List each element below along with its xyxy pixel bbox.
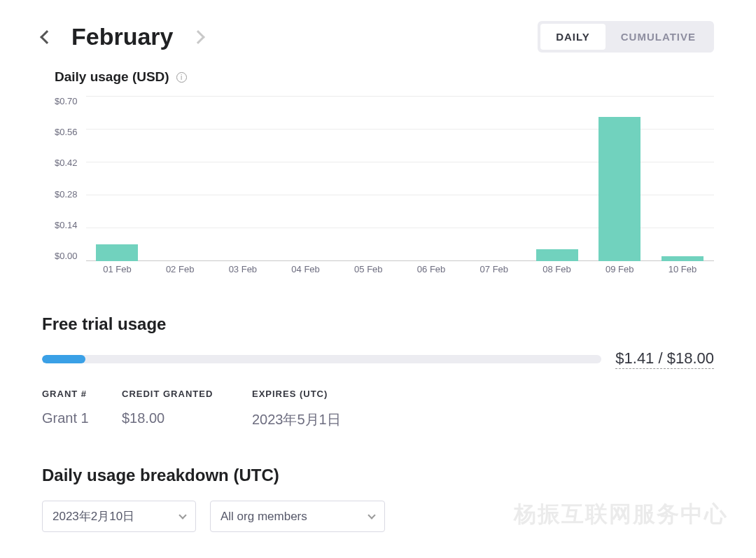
x-tick: 07 Feb: [473, 264, 515, 278]
breakdown-title: Daily usage breakdown (UTC): [42, 466, 714, 485]
y-tick: $0.00: [55, 251, 78, 261]
x-tick: 02 Feb: [159, 264, 201, 278]
view-toggle: DAILY CUMULATIVE: [538, 21, 714, 53]
prev-month-icon[interactable]: [40, 30, 54, 44]
y-tick: $0.42: [55, 158, 78, 168]
cell-credit: $18.00: [122, 410, 228, 429]
col-head-grant: GRANT #: [42, 389, 98, 399]
x-tick: 04 Feb: [285, 264, 327, 278]
y-tick: $0.56: [55, 127, 78, 137]
col-head-expires: EXPIRES (UTC): [252, 389, 378, 399]
x-tick: 05 Feb: [347, 264, 389, 278]
trial-progress-text: $1.41 / $18.00: [615, 349, 714, 369]
date-select-value: 2023年2月10日: [52, 508, 134, 524]
table-row: Grant 1 $18.00 2023年5月1日: [42, 410, 714, 429]
x-tick: 03 Feb: [222, 264, 264, 278]
x-tick: 01 Feb: [96, 264, 138, 278]
grant-table: GRANT # CREDIT GRANTED EXPIRES (UTC) Gra…: [42, 389, 714, 429]
toggle-daily[interactable]: DAILY: [540, 24, 606, 50]
free-trial-title: Free trial usage: [42, 314, 714, 334]
trial-progress-bar: [42, 355, 601, 363]
bar[interactable]: [96, 244, 138, 261]
trial-progress-fill: [42, 355, 85, 363]
info-icon[interactable]: i: [176, 72, 187, 83]
member-select[interactable]: All org members: [210, 501, 385, 532]
y-tick: $0.14: [55, 220, 78, 230]
x-tick: 10 Feb: [662, 264, 704, 278]
next-month-icon[interactable]: [191, 30, 205, 44]
x-tick: 09 Feb: [598, 264, 640, 278]
bar[interactable]: [536, 249, 578, 261]
cell-expires: 2023年5月1日: [252, 410, 378, 429]
bar[interactable]: [662, 256, 704, 261]
col-head-credit: CREDIT GRANTED: [122, 389, 228, 399]
month-title: February: [71, 23, 174, 50]
bar[interactable]: [598, 117, 640, 261]
y-tick: $0.70: [55, 96, 78, 106]
date-select[interactable]: 2023年2月10日: [42, 501, 196, 532]
y-tick: $0.28: [55, 189, 78, 200]
cell-grant: Grant 1: [42, 410, 98, 429]
toggle-cumulative[interactable]: CUMULATIVE: [606, 24, 711, 50]
chevron-down-icon: [368, 511, 375, 519]
chevron-down-icon: [178, 511, 186, 519]
member-select-value: All org members: [220, 510, 307, 524]
chart-title: Daily usage (USD): [55, 69, 169, 85]
x-tick: 06 Feb: [410, 264, 452, 278]
x-tick: 08 Feb: [536, 264, 578, 278]
daily-usage-chart: $0.70$0.56$0.42$0.28$0.14$0.00 01 Feb02 …: [55, 96, 714, 278]
